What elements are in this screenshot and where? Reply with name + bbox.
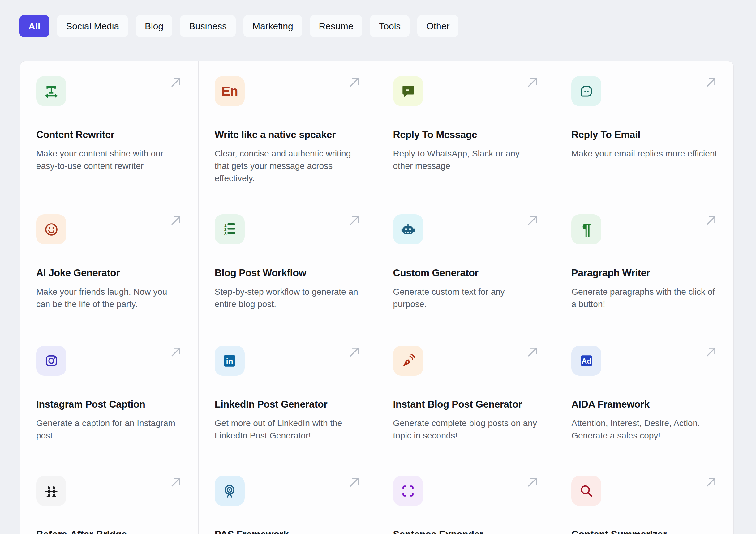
tab-social-media[interactable]: Social Media [57,15,128,37]
tab-tools[interactable]: Tools [370,15,410,37]
en-letters-icon: En [215,76,245,106]
tool-card-before-after-bridge[interactable]: Before-After-Bridge [20,461,198,534]
tool-title: Content Rewriter [36,129,182,140]
filter-tab-label: Business [189,21,227,32]
external-link-arrow-icon[interactable] [526,75,539,89]
target-icon [215,476,245,506]
tool-description: Reply to WhatsApp, Slack or any other me… [393,147,539,172]
robot-icon [393,214,423,244]
linkedin-icon: in [215,346,245,376]
text-width-icon [36,76,66,106]
tab-other[interactable]: Other [417,15,458,37]
tool-card-reply-to-message[interactable]: Reply To Message Reply to WhatsApp, Slac… [377,61,555,199]
tool-description: Make your friends laugh. Now you can be … [36,286,182,310]
filter-tab-label: All [28,21,40,32]
tool-description: Attention, Interest, Desire, Action. Gen… [571,417,717,442]
tool-description: Generate complete blog posts on any topi… [393,417,539,442]
external-link-arrow-icon[interactable] [169,214,183,227]
tool-description: Step-by-step workflow to generate an ent… [215,286,361,310]
tool-title: Reply To Message [393,129,539,140]
tool-title: PAS Framework [215,529,361,534]
tool-description: Generate custom text for any purpose. [393,286,539,310]
tool-title: Instant Blog Post Generator [393,399,539,410]
filter-tab-label: Blog [145,21,163,32]
filter-tab-label: Tools [379,21,401,32]
tool-title: Write like a native speaker [215,129,361,140]
magnifier-icon [571,476,601,506]
tool-card-instant-blog-post-generator[interactable]: Instant Blog Post Generator Generate com… [377,331,555,461]
external-link-arrow-icon[interactable] [704,475,718,489]
tool-title: Sentence Expander [393,529,539,534]
external-link-arrow-icon[interactable] [348,345,361,359]
chat-dots-icon [571,76,601,106]
svg-text:3: 3 [224,231,227,236]
tab-blog[interactable]: Blog [136,15,172,37]
smiley-icon [36,214,66,244]
external-link-arrow-icon[interactable] [169,345,183,359]
tool-description: Generate a caption for an Instagram post [36,417,182,442]
tab-resume[interactable]: Resume [310,15,363,37]
tool-description: Make your content shine with our easy-to… [36,147,182,172]
tool-description: Get more out of LinkedIn with the Linked… [215,417,361,442]
filter-tab-label: Marketing [253,21,293,32]
tool-card-custom-generator[interactable]: Custom Generator Generate custom text fo… [377,200,555,331]
tool-card-write-like-a-native-speaker[interactable]: En Write like a native speaker Clear, co… [199,61,377,199]
pen-signal-icon [393,346,423,376]
tool-card-linkedin-post-generator[interactable]: in LinkedIn Post Generator Get more out … [199,331,377,461]
tool-title: Before-After-Bridge [36,529,182,534]
tool-description: Make your email replies more efficient [571,147,717,160]
external-link-arrow-icon[interactable] [704,345,718,359]
tool-card-content-summarizer[interactable]: Content Summarizer [555,461,733,534]
pilcrow-icon: ¶ [571,214,601,244]
external-link-arrow-icon[interactable] [348,475,361,489]
tool-title: Content Summarizer [571,529,717,534]
bridge-icon [36,476,66,506]
message-bubble-icon [393,76,423,106]
tool-title: Paragraph Writer [571,267,717,279]
tool-title: Instagram Post Caption [36,399,182,410]
external-link-arrow-icon[interactable] [348,214,361,227]
instagram-icon [36,346,66,376]
tool-card-aida-framework[interactable]: Ad AIDA Framework Attention, Interest, D… [555,331,733,461]
tool-card-paragraph-writer[interactable]: ¶ Paragraph Writer Generate paragraphs w… [555,200,733,331]
tool-card-reply-to-email[interactable]: Reply To Email Make your email replies m… [555,61,733,199]
svg-text:Ad: Ad [581,357,591,365]
tool-title: AI Joke Generator [36,267,182,279]
external-link-arrow-icon[interactable] [704,75,718,89]
filter-tab-label: Social Media [66,21,119,32]
tool-description: Generate paragraphs with the click of a … [571,286,717,310]
tool-card-content-rewriter[interactable]: Content Rewriter Make your content shine… [20,61,198,199]
external-link-arrow-icon[interactable] [526,214,539,227]
filter-tab-label: Other [426,21,449,32]
ad-badge-icon: Ad [571,346,601,376]
external-link-arrow-icon[interactable] [169,75,183,89]
tool-card-blog-post-workflow[interactable]: 123 Blog Post Workflow Step-by-step work… [199,200,377,331]
tab-all[interactable]: All [19,15,49,37]
external-link-arrow-icon[interactable] [169,475,183,489]
tool-card-ai-joke-generator[interactable]: AI Joke Generator Make your friends laug… [20,200,198,331]
external-link-arrow-icon[interactable] [526,345,539,359]
tool-title: LinkedIn Post Generator [215,399,361,410]
svg-text:in: in [226,356,233,365]
tool-title: Reply To Email [571,129,717,140]
external-link-arrow-icon[interactable] [348,75,361,89]
tool-card-pas-framework[interactable]: PAS Framework [199,461,377,534]
external-link-arrow-icon[interactable] [526,475,539,489]
filter-tab-label: Resume [319,21,354,32]
tool-title: AIDA Framework [571,399,717,410]
external-link-arrow-icon[interactable] [704,214,718,227]
tab-business[interactable]: Business [180,15,236,37]
tool-card-sentence-expander[interactable]: Sentence Expander [377,461,555,534]
tool-title: Custom Generator [393,267,539,279]
category-filter-bar: All Social Media Blog Business Marketing… [19,15,458,37]
tool-card-instagram-post-caption[interactable]: Instagram Post Caption Generate a captio… [20,331,198,461]
tool-title: Blog Post Workflow [215,267,361,279]
expand-icon [393,476,423,506]
numbered-list-icon: 123 [215,214,245,244]
tool-card-grid: Content Rewriter Make your content shine… [20,61,734,534]
tab-marketing[interactable]: Marketing [243,15,302,37]
tool-description: Clear, concise and authentic writing tha… [215,147,361,185]
